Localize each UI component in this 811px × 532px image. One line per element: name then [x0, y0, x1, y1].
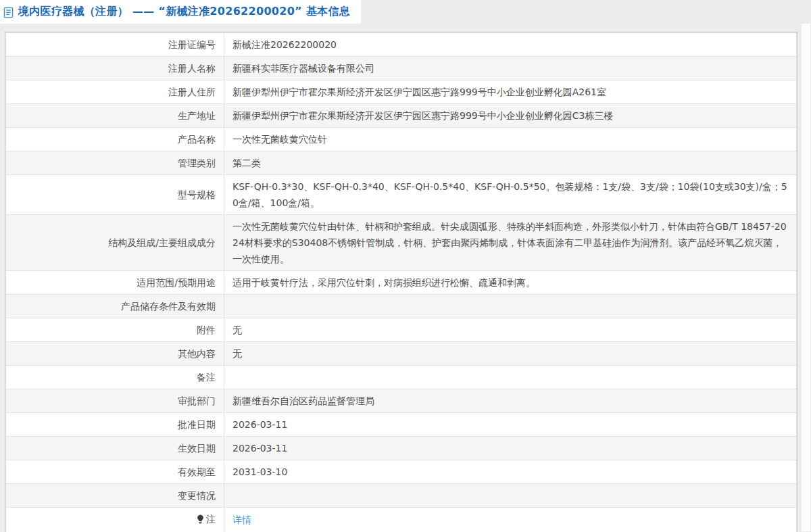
- row-label-text: 适用范围/预期用途: [137, 277, 216, 288]
- row-value: 新疆维吾尔自治区药品监督管理局: [224, 389, 797, 413]
- row-label: 结构及组成/主要组成成分: [6, 215, 224, 271]
- vertical-scrollbar[interactable]: [801, 24, 810, 531]
- table-row: 审批部门新疆维吾尔自治区药品监督管理局: [6, 389, 797, 413]
- document-icon: [3, 7, 14, 18]
- row-label-text: 变更情况: [178, 490, 216, 501]
- row-value-text: 新械注准20262200020: [232, 39, 337, 50]
- details-link[interactable]: 详情: [232, 514, 251, 525]
- row-value-text: 新疆伊犁州伊宁市霍尔果斯经济开发区伊宁园区惠宁路999号中小企业创业孵化园A26…: [232, 87, 606, 97]
- row-label: 适用范围/预期用途: [6, 271, 224, 295]
- table-row: 注册人名称新疆科实菲医疗器械设备有限公司: [6, 57, 797, 80]
- row-label: 注册人住所: [6, 80, 224, 104]
- row-value-text: 2026-03-11: [232, 443, 287, 454]
- row-value: 详情: [224, 508, 797, 532]
- row-label: 批准日期: [6, 413, 224, 437]
- row-label: 管理类别: [6, 151, 224, 175]
- page-header: 境内医疗器械（注册） —— “新械注准20262200020” 基本信息: [0, 0, 811, 24]
- table-row: 生效日期2026-03-11: [6, 437, 797, 460]
- table-row: 变更情况: [6, 484, 797, 508]
- row-label-text: 注册人名称: [168, 63, 216, 74]
- row-value: 第二类: [224, 151, 797, 175]
- row-label: 注册证编号: [6, 33, 224, 57]
- row-label: 生效日期: [6, 437, 224, 460]
- row-value: 一次性无菌岐黄穴位针由针体、针柄和护套组成。针尖成圆弧形、特殊的半斜面构造，外形…: [224, 215, 797, 271]
- row-value-text: 一次性无菌岐黄穴位针: [232, 134, 327, 145]
- row-value-text: KSF-QH-0.3*30、KSF-QH-0.3*40、KSF-QH-0.5*4…: [232, 181, 787, 208]
- row-label-text: 生产地址: [178, 110, 216, 121]
- row-value-text: 一次性无菌岐黄穴位针由针体、针柄和护套组成。针尖成圆弧形、特殊的半斜面构造，外形…: [232, 221, 787, 264]
- row-value-text: 新疆伊犁州伊宁市霍尔果斯经济开发区伊宁园区惠宁路999号中小企业创业孵化园C3栋…: [232, 110, 613, 121]
- row-label-text: 管理类别: [178, 158, 216, 168]
- info-table-card: 注册证编号新械注准20262200020注册人名称新疆科实菲医疗器械设备有限公司…: [5, 32, 797, 532]
- table-row: 注册人住所新疆伊犁州伊宁市霍尔果斯经济开发区伊宁园区惠宁路999号中小企业创业孵…: [6, 80, 797, 104]
- row-value-text: 无: [232, 324, 242, 335]
- row-value: 新疆伊犁州伊宁市霍尔果斯经济开发区伊宁园区惠宁路999号中小企业创业孵化园A26…: [224, 80, 797, 104]
- row-value-text: 2031-03-10: [232, 466, 287, 477]
- row-value: 2031-03-10: [224, 460, 797, 484]
- table-row: 备注: [6, 366, 797, 389]
- info-table-body: 注册证编号新械注准20262200020注册人名称新疆科实菲医疗器械设备有限公司…: [6, 33, 797, 532]
- row-value-text: 适用于岐黄针疗法，采用穴位针刺，对病损组织进行松懈、疏通和剥离。: [232, 277, 535, 288]
- row-label: 型号规格: [6, 175, 224, 215]
- row-label: 产品名称: [6, 128, 224, 151]
- row-value: KSF-QH-0.3*30、KSF-QH-0.3*40、KSF-QH-0.5*4…: [224, 175, 797, 215]
- row-label: 其他内容: [6, 342, 224, 366]
- row-label: 变更情况: [6, 484, 224, 508]
- row-value: 新疆科实菲医疗器械设备有限公司: [224, 57, 797, 80]
- row-label-text: 审批部门: [178, 395, 216, 406]
- row-label-text: 有效期至: [178, 466, 216, 477]
- row-value: 无: [224, 342, 797, 366]
- row-label-text: 注册证编号: [168, 39, 216, 50]
- table-row: 附件无: [6, 318, 797, 342]
- row-label: 生产地址: [6, 104, 224, 128]
- row-label: 产品储存条件及有效期: [6, 295, 224, 318]
- row-label-text: 生效日期: [178, 443, 216, 454]
- row-value: 2026-03-11: [224, 437, 797, 460]
- table-row: 其他内容无: [6, 342, 797, 366]
- row-value-text: 2026-03-11: [232, 419, 287, 430]
- row-value: [224, 295, 797, 318]
- row-label-text: 批准日期: [178, 419, 216, 430]
- table-row: 产品储存条件及有效期: [6, 295, 797, 318]
- row-value: 2026-03-11: [224, 413, 797, 437]
- row-value: 新疆伊犁州伊宁市霍尔果斯经济开发区伊宁园区惠宁路999号中小企业创业孵化园C3栋…: [224, 104, 797, 128]
- row-label-text: 注: [206, 514, 216, 525]
- row-label: 附件: [6, 318, 224, 342]
- table-row: 有效期至2031-03-10: [6, 460, 797, 484]
- row-label-text: 备注: [197, 372, 216, 383]
- row-label: 审批部门: [6, 389, 224, 413]
- info-table: 注册证编号新械注准20262200020注册人名称新疆科实菲医疗器械设备有限公司…: [5, 32, 797, 532]
- row-label-text: 注册人住所: [168, 87, 216, 97]
- row-value: 适用于岐黄针疗法，采用穴位针刺，对病损组织进行松懈、疏通和剥离。: [224, 271, 797, 295]
- row-value: 新械注准20262200020: [224, 33, 797, 57]
- table-row: 型号规格KSF-QH-0.3*30、KSF-QH-0.3*40、KSF-QH-0…: [6, 175, 797, 215]
- table-row: 注册证编号新械注准20262200020: [6, 33, 797, 57]
- row-label: 注册人名称: [6, 57, 224, 80]
- row-value: 一次性无菌岐黄穴位针: [224, 128, 797, 151]
- table-row: 注详情: [6, 508, 797, 532]
- row-label: 备注: [6, 366, 224, 389]
- table-row: 结构及组成/主要组成成分一次性无菌岐黄穴位针由针体、针柄和护套组成。针尖成圆弧形…: [6, 215, 797, 271]
- page: 境内医疗器械（注册） —— “新械注准20262200020” 基本信息 注册证…: [0, 0, 811, 532]
- title-tab: 境内医疗器械（注册） —— “新械注准20262200020” 基本信息: [0, 0, 361, 24]
- row-label-text: 产品名称: [178, 134, 216, 145]
- row-value: 无: [224, 318, 797, 342]
- row-label-text: 其他内容: [178, 348, 216, 359]
- table-row: 生产地址新疆伊犁州伊宁市霍尔果斯经济开发区伊宁园区惠宁路999号中小企业创业孵化…: [6, 104, 797, 128]
- bulb-icon: [196, 512, 205, 529]
- table-row: 批准日期2026-03-11: [6, 413, 797, 437]
- row-value-text: 新疆维吾尔自治区药品监督管理局: [232, 395, 374, 406]
- table-row: 管理类别第二类: [6, 151, 797, 175]
- row-value: [224, 484, 797, 508]
- row-label: 有效期至: [6, 460, 224, 484]
- row-value: [224, 366, 797, 389]
- table-row: 产品名称一次性无菌岐黄穴位针: [6, 128, 797, 151]
- row-value-text: 无: [232, 348, 242, 359]
- table-row: 适用范围/预期用途适用于岐黄针疗法，采用穴位针刺，对病损组织进行松懈、疏通和剥离…: [6, 271, 797, 295]
- row-label-text: 附件: [197, 324, 216, 335]
- row-label-text: 型号规格: [178, 189, 216, 200]
- row-value-text: 新疆科实菲医疗器械设备有限公司: [232, 63, 374, 74]
- row-label-text: 结构及组成/主要组成成分: [108, 237, 216, 248]
- row-label: 注: [6, 508, 224, 532]
- row-value-text: 第二类: [232, 158, 261, 168]
